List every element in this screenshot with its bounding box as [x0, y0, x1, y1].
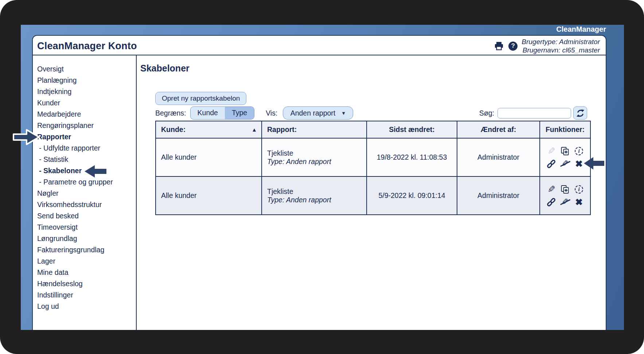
- sidebar-item-timeoversigt[interactable]: Timeoversigt: [37, 222, 136, 233]
- cell-customer: Alle kunder: [156, 176, 262, 215]
- sidebar-item-log-ud[interactable]: Log ud: [37, 301, 136, 312]
- main-content: Skabeloner Opret ny rapportskabelon Begr…: [137, 55, 606, 330]
- help-icon[interactable]: ?: [508, 42, 518, 51]
- create-template-button[interactable]: Opret ny rapportskabelon: [155, 92, 246, 105]
- print-icon[interactable]: [493, 41, 504, 51]
- sidebar-nav: Oversigt Planlægning Indtjekning Kunder …: [33, 55, 137, 330]
- cell-changed-by: Administrator: [457, 176, 540, 215]
- cell-report: Tjekliste Type: Anden rapport: [262, 176, 367, 215]
- app-window-border: CleanManager CleanManager Konto ? Bruger…: [21, 25, 624, 330]
- sidebar-item-loengrundlag[interactable]: Løngrundlag: [37, 233, 136, 244]
- show-filter-label: Vis:: [266, 109, 277, 117]
- limit-filter-segmented-control: Kunde Type: [190, 106, 255, 120]
- link-icon[interactable]: [546, 197, 557, 207]
- segment-kunde[interactable]: Kunde: [191, 107, 225, 119]
- sidebar-item-faktureringsgrundlag[interactable]: Faktureringsgrundlag: [37, 244, 136, 256]
- edit-icon[interactable]: ✎: [546, 184, 557, 194]
- sidebar-item-send-besked[interactable]: Send besked: [37, 210, 136, 222]
- report-name: Tjekliste: [267, 149, 366, 157]
- table-row: Alle kunder Tjekliste Type: Anden rappor…: [156, 138, 590, 176]
- annotation-arrow-skabeloner: [84, 164, 107, 180]
- info-icon[interactable]: i: [574, 184, 585, 194]
- link-icon[interactable]: [546, 159, 557, 169]
- search-input[interactable]: [497, 108, 571, 118]
- annotation-arrow-rapporter: [12, 128, 40, 147]
- search-label: Søg:: [479, 109, 494, 117]
- sidebar-item-rengoeringsplaner[interactable]: Rengøringsplaner: [37, 120, 136, 131]
- copy-icon[interactable]: [560, 184, 571, 194]
- edit-icon: ✎: [546, 146, 557, 156]
- report-type: Type: Anden rapport: [267, 196, 366, 204]
- pen-slash-icon[interactable]: ✎: [560, 159, 571, 169]
- cell-last-changed: 5/9-2022 kl. 09:01:14: [367, 176, 457, 215]
- chevron-down-icon: ▼: [341, 110, 346, 116]
- report-type-dropdown[interactable]: Anden rapport ▼: [283, 106, 353, 120]
- sidebar-item-haendelseslog[interactable]: Hændelseslog: [37, 278, 136, 289]
- sort-ascending-icon: ▲: [251, 127, 257, 133]
- page-title: Skabeloner: [140, 63, 606, 74]
- brand-label: CleanManager: [556, 25, 606, 34]
- column-header-funktioner: Funktioner:: [540, 121, 590, 138]
- cell-actions: ✎: [540, 176, 590, 215]
- sidebar-item-statistik[interactable]: - Statistik: [37, 154, 136, 165]
- table-row: Alle kunder Tjekliste Type: Anden rappor…: [156, 176, 590, 215]
- limit-filter-label: Begræns:: [155, 109, 186, 117]
- sidebar-item-virksomhedsstruktur[interactable]: Virksomhedsstruktur: [37, 199, 136, 210]
- sidebar-item-rapporter[interactable]: Rapporter: [37, 131, 136, 143]
- cell-changed-by: Administrator: [457, 138, 540, 176]
- sidebar-item-kunder[interactable]: Kunder: [37, 97, 136, 109]
- report-type-dropdown-value: Anden rapport: [290, 109, 336, 117]
- segment-type[interactable]: Type: [225, 107, 254, 119]
- refresh-icon: [576, 109, 585, 118]
- column-header-sidst-aendret[interactable]: Sidst ændret:: [367, 121, 457, 138]
- user-name-label: Brugernavn: cl65_master: [522, 46, 600, 54]
- annotation-arrow-delete: [583, 156, 605, 172]
- user-type-label: Brugertype: Administrator: [522, 38, 600, 46]
- delete-icon[interactable]: ✖: [574, 197, 585, 207]
- column-header-kunde[interactable]: Kunde: ▲: [156, 121, 262, 138]
- report-type: Type: Anden rapport: [267, 157, 366, 166]
- table-header-row: Kunde: ▲ Rapport: Sidst ændret: Ændret a…: [156, 121, 590, 138]
- info-icon[interactable]: i: [574, 146, 585, 156]
- sidebar-item-noegler[interactable]: Nøgler: [37, 188, 136, 199]
- templates-table: Kunde: ▲ Rapport: Sidst ændret: Ændret a…: [155, 121, 591, 215]
- column-header-aendret-af[interactable]: Ændret af:: [457, 121, 540, 138]
- app-header: CleanManager Konto ? Brugertype: Adminis…: [33, 36, 606, 55]
- sidebar-item-mine-data[interactable]: Mine data: [37, 267, 136, 278]
- cell-last-changed: 19/8-2022 kl. 11:08:53: [367, 138, 457, 176]
- app-title: CleanManager Konto: [37, 40, 137, 52]
- sidebar-item-planlaegning[interactable]: Planlægning: [37, 75, 136, 86]
- refresh-button[interactable]: [573, 106, 587, 120]
- cell-report: Tjekliste Type: Anden rapport: [262, 138, 367, 176]
- sidebar-item-indstillinger[interactable]: Indstillinger: [37, 289, 136, 301]
- screenshot-frame: CleanManager CleanManager Konto ? Bruger…: [0, 0, 644, 354]
- app-panel: CleanManager Konto ? Brugertype: Adminis…: [32, 35, 606, 330]
- sidebar-item-oversigt[interactable]: Oversigt: [37, 63, 136, 75]
- cell-customer: Alle kunder: [156, 138, 262, 176]
- sidebar-item-udfyldte-rapporter[interactable]: - Udfyldte rapporter: [37, 143, 136, 154]
- pen-slash-icon[interactable]: ✎: [560, 197, 571, 207]
- delete-icon[interactable]: ✖: [574, 159, 585, 169]
- sidebar-item-lager[interactable]: Lager: [37, 256, 136, 267]
- sidebar-item-medarbejdere[interactable]: Medarbejdere: [37, 109, 136, 120]
- sidebar-item-indtjekning[interactable]: Indtjekning: [37, 86, 136, 97]
- copy-icon[interactable]: [560, 146, 571, 156]
- report-name: Tjekliste: [267, 187, 366, 196]
- column-header-rapport[interactable]: Rapport:: [262, 121, 367, 138]
